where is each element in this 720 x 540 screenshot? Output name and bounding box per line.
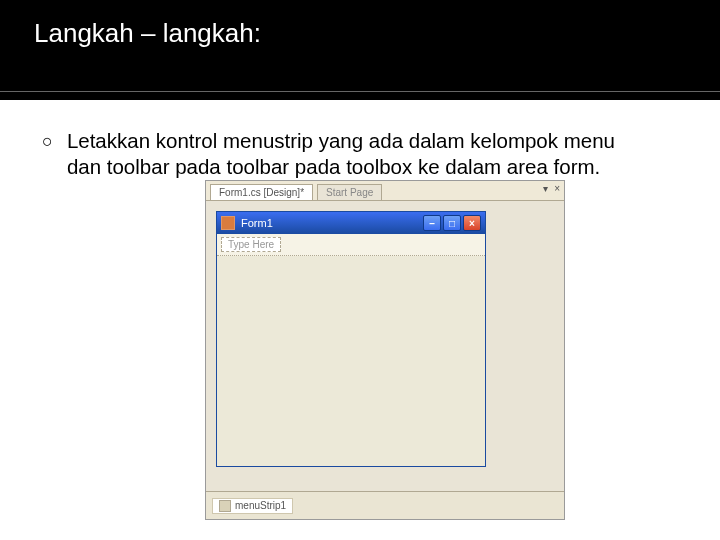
ide-screenshot: Form1.cs [Design]* Start Page ▾ × Form1 … [205,180,565,520]
tab-dropdown-icon[interactable]: ▾ [543,183,548,194]
menustrip[interactable]: Type Here [217,234,485,256]
tab-form-design[interactable]: Form1.cs [Design]* [210,184,313,200]
slide-title: Langkah – langkah: [0,0,720,91]
close-button[interactable]: × [463,215,481,231]
minimize-button[interactable]: – [423,215,441,231]
maximize-button[interactable]: □ [443,215,461,231]
menustrip-type-here[interactable]: Type Here [221,237,281,252]
winform-title-text: Form1 [241,217,273,229]
bullet-text: Letakkan kontrol menustrip yang ada dala… [67,128,647,180]
form-icon [221,216,235,230]
winform: Form1 – □ × Type Here [216,211,486,467]
tray-item-label: menuStrip1 [235,500,286,511]
tab-close-icon[interactable]: × [554,183,560,194]
bullet-icon: ○ [42,128,53,180]
document-tabs: Form1.cs [Design]* Start Page ▾ × [206,181,564,201]
header-divider [0,91,720,92]
winform-client-area[interactable] [217,256,485,466]
designer-surface[interactable]: Form1 – □ × Type Here [206,201,564,467]
tray-item-menustrip[interactable]: menuStrip1 [212,498,293,514]
tab-start-page[interactable]: Start Page [317,184,382,200]
menustrip-icon [219,500,231,512]
winform-titlebar[interactable]: Form1 – □ × [217,212,485,234]
component-tray: menuStrip1 [206,491,564,519]
